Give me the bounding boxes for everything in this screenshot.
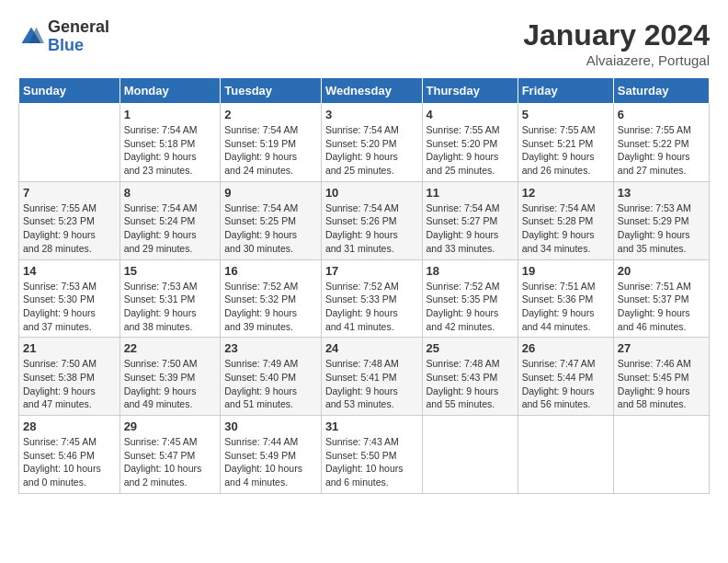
day-number: 8 [124,186,217,200]
location: Alvaiazere, Portugal [523,52,710,68]
calendar-cell: 21Sunrise: 7:50 AMSunset: 5:38 PMDayligh… [19,338,120,416]
header-day-sunday: Sunday [19,78,120,104]
calendar-cell: 15Sunrise: 7:53 AMSunset: 5:31 PMDayligh… [119,259,221,338]
day-info: Sunrise: 7:51 AMSunset: 5:36 PMDaylight:… [522,280,609,334]
day-info: Sunrise: 7:53 AMSunset: 5:31 PMDaylight:… [124,280,217,334]
week-row-2: 14Sunrise: 7:53 AMSunset: 5:30 PMDayligh… [19,259,710,338]
calendar-cell: 29Sunrise: 7:45 AMSunset: 5:47 PMDayligh… [119,416,221,494]
day-number: 10 [325,186,418,200]
header-day-thursday: Thursday [422,78,518,104]
logo-icon [18,24,44,50]
calendar-cell: 10Sunrise: 7:54 AMSunset: 5:26 PMDayligh… [321,181,422,259]
day-info: Sunrise: 7:53 AMSunset: 5:30 PMDaylight:… [23,280,116,334]
day-info: Sunrise: 7:48 AMSunset: 5:41 PMDaylight:… [325,357,418,411]
calendar-cell: 26Sunrise: 7:47 AMSunset: 5:44 PMDayligh… [518,338,613,416]
day-info: Sunrise: 7:54 AMSunset: 5:19 PMDaylight:… [224,123,317,178]
calendar-table: SundayMondayTuesdayWednesdayThursdayFrid… [18,77,710,494]
day-number: 20 [618,264,705,278]
calendar-cell: 30Sunrise: 7:44 AMSunset: 5:49 PMDayligh… [221,416,322,494]
day-number: 2 [224,108,317,121]
day-info: Sunrise: 7:52 AMSunset: 5:35 PMDaylight:… [427,280,514,334]
day-number: 31 [325,419,418,433]
day-info: Sunrise: 7:54 AMSunset: 5:25 PMDaylight:… [224,201,317,256]
day-number: 11 [427,186,514,200]
day-number: 5 [522,108,609,121]
day-info: Sunrise: 7:55 AMSunset: 5:21 PMDaylight:… [522,123,609,178]
calendar-cell: 6Sunrise: 7:55 AMSunset: 5:22 PMDaylight… [613,104,709,182]
day-number: 13 [618,186,705,200]
day-info: Sunrise: 7:55 AMSunset: 5:20 PMDaylight:… [427,123,514,178]
calendar-cell: 23Sunrise: 7:49 AMSunset: 5:40 PMDayligh… [221,338,322,416]
day-number: 7 [23,186,116,200]
day-number: 19 [522,264,609,278]
calendar-cell [518,416,613,494]
calendar-cell: 27Sunrise: 7:46 AMSunset: 5:45 PMDayligh… [613,338,709,416]
calendar-cell: 8Sunrise: 7:54 AMSunset: 5:24 PMDaylight… [119,181,221,259]
day-info: Sunrise: 7:54 AMSunset: 5:27 PMDaylight:… [427,201,514,256]
day-info: Sunrise: 7:49 AMSunset: 5:40 PMDaylight:… [224,357,317,411]
day-info: Sunrise: 7:43 AMSunset: 5:50 PMDaylight:… [325,435,418,489]
header-row: SundayMondayTuesdayWednesdayThursdayFrid… [19,78,710,104]
calendar-cell: 19Sunrise: 7:51 AMSunset: 5:36 PMDayligh… [518,259,613,338]
day-info: Sunrise: 7:51 AMSunset: 5:37 PMDaylight:… [618,280,705,334]
day-info: Sunrise: 7:55 AMSunset: 5:22 PMDaylight:… [618,123,705,178]
calendar-cell: 22Sunrise: 7:50 AMSunset: 5:39 PMDayligh… [119,338,221,416]
calendar-cell: 4Sunrise: 7:55 AMSunset: 5:20 PMDaylight… [422,104,518,182]
calendar-cell: 3Sunrise: 7:54 AMSunset: 5:20 PMDaylight… [321,104,422,182]
day-info: Sunrise: 7:54 AMSunset: 5:18 PMDaylight:… [124,123,217,178]
day-number: 28 [23,419,116,433]
day-info: Sunrise: 7:50 AMSunset: 5:38 PMDaylight:… [23,357,116,411]
day-info: Sunrise: 7:54 AMSunset: 5:26 PMDaylight:… [325,201,418,256]
day-number: 24 [325,341,418,355]
day-info: Sunrise: 7:45 AMSunset: 5:46 PMDaylight:… [23,435,116,489]
logo-text: General Blue [48,18,109,55]
calendar-cell: 14Sunrise: 7:53 AMSunset: 5:30 PMDayligh… [19,259,120,338]
calendar-cell: 5Sunrise: 7:55 AMSunset: 5:21 PMDaylight… [518,104,613,182]
day-number: 27 [618,341,705,355]
calendar-cell: 25Sunrise: 7:48 AMSunset: 5:43 PMDayligh… [422,338,518,416]
week-row-3: 21Sunrise: 7:50 AMSunset: 5:38 PMDayligh… [19,338,710,416]
day-info: Sunrise: 7:53 AMSunset: 5:29 PMDaylight:… [618,201,705,256]
calendar-cell: 17Sunrise: 7:52 AMSunset: 5:33 PMDayligh… [321,259,422,338]
logo-general: General [48,18,109,37]
day-info: Sunrise: 7:52 AMSunset: 5:32 PMDaylight:… [224,280,317,334]
day-number: 26 [522,341,609,355]
day-number: 29 [124,419,217,433]
calendar-cell: 13Sunrise: 7:53 AMSunset: 5:29 PMDayligh… [613,181,709,259]
day-info: Sunrise: 7:47 AMSunset: 5:44 PMDaylight:… [522,357,609,411]
day-number: 14 [23,264,116,278]
day-info: Sunrise: 7:45 AMSunset: 5:47 PMDaylight:… [124,435,217,489]
calendar-cell: 11Sunrise: 7:54 AMSunset: 5:27 PMDayligh… [422,181,518,259]
day-info: Sunrise: 7:52 AMSunset: 5:33 PMDaylight:… [325,280,418,334]
title-block: January 2024 Alvaiazere, Portugal [523,18,710,68]
calendar-cell: 7Sunrise: 7:55 AMSunset: 5:23 PMDaylight… [19,181,120,259]
day-info: Sunrise: 7:44 AMSunset: 5:49 PMDaylight:… [224,435,317,489]
day-number: 25 [427,341,514,355]
calendar-cell: 18Sunrise: 7:52 AMSunset: 5:35 PMDayligh… [422,259,518,338]
day-number: 1 [124,108,217,121]
header-day-wednesday: Wednesday [321,78,422,104]
calendar-cell: 28Sunrise: 7:45 AMSunset: 5:46 PMDayligh… [19,416,120,494]
logo-blue: Blue [48,37,109,55]
day-number: 16 [224,264,317,278]
header-day-tuesday: Tuesday [221,78,322,104]
calendar-cell: 12Sunrise: 7:54 AMSunset: 5:28 PMDayligh… [518,181,613,259]
header-day-monday: Monday [119,78,221,104]
day-number: 12 [522,186,609,200]
day-number: 17 [325,264,418,278]
calendar-cell: 20Sunrise: 7:51 AMSunset: 5:37 PMDayligh… [613,259,709,338]
day-number: 15 [124,264,217,278]
day-info: Sunrise: 7:50 AMSunset: 5:39 PMDaylight:… [124,357,217,411]
day-info: Sunrise: 7:48 AMSunset: 5:43 PMDaylight:… [427,357,514,411]
day-number: 4 [427,108,514,121]
header-day-saturday: Saturday [613,78,709,104]
week-row-0: 1Sunrise: 7:54 AMSunset: 5:18 PMDaylight… [19,104,710,182]
day-number: 30 [224,419,317,433]
calendar-cell: 31Sunrise: 7:43 AMSunset: 5:50 PMDayligh… [321,416,422,494]
calendar-cell [613,416,709,494]
day-number: 6 [618,108,705,121]
day-info: Sunrise: 7:46 AMSunset: 5:45 PMDaylight:… [618,357,705,411]
day-number: 21 [23,341,116,355]
day-info: Sunrise: 7:54 AMSunset: 5:20 PMDaylight:… [325,123,418,178]
logo: General Blue [18,18,109,55]
